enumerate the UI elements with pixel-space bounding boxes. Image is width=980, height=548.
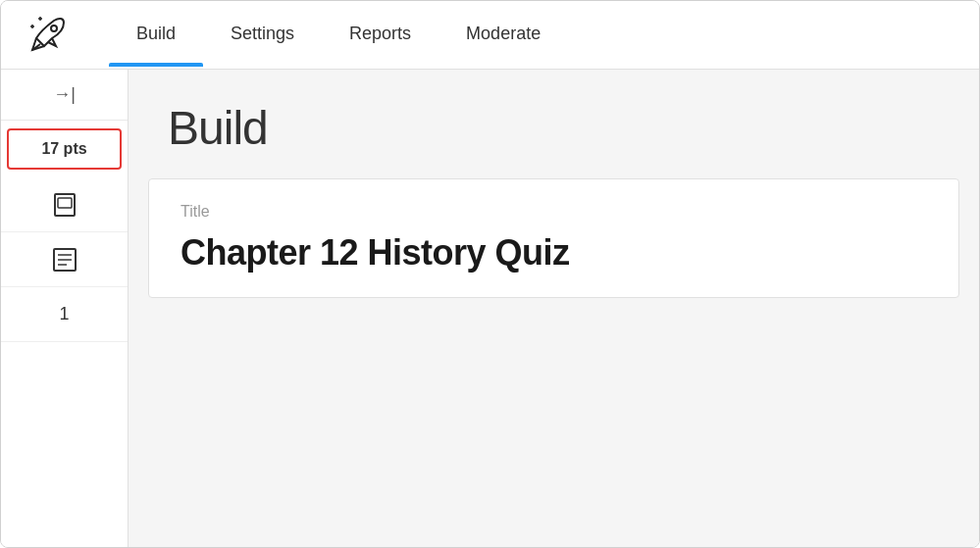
points-value: 17 pts: [41, 140, 86, 158]
nav-tabs: Build Settings Reports Moderate: [109, 1, 568, 69]
sidebar: →| 17 pts 1: [1, 70, 129, 547]
build-heading: Build: [168, 101, 940, 155]
page-number-label: 1: [59, 304, 69, 324]
collapse-arrow-icon: →|: [53, 84, 76, 105]
logo-area[interactable]: [25, 13, 70, 58]
svg-point-0: [51, 25, 57, 31]
sidebar-collapse-button[interactable]: →|: [1, 70, 128, 121]
tab-build[interactable]: Build: [109, 1, 203, 69]
top-nav: Build Settings Reports Moderate: [1, 1, 979, 70]
tab-reports[interactable]: Reports: [322, 1, 438, 69]
quiz-info-card: Title Chapter 12 History Quiz: [148, 178, 959, 298]
text-block-icon: [51, 246, 78, 274]
build-heading-area: Build: [129, 70, 979, 178]
quiz-title-value: Chapter 12 History Quiz: [181, 232, 927, 274]
tab-moderate[interactable]: Moderate: [438, 1, 568, 69]
svg-rect-6: [58, 198, 72, 208]
tab-settings[interactable]: Settings: [203, 1, 322, 69]
quiz-title-label: Title: [181, 203, 927, 221]
sidebar-item-page-1[interactable]: 1: [1, 287, 128, 342]
sidebar-item-text-block[interactable]: [1, 232, 128, 287]
app-container: Build Settings Reports Moderate →| 17 pt…: [0, 0, 980, 548]
sidebar-item-cover-page[interactable]: [1, 177, 128, 232]
main-content: →| 17 pts 1: [1, 70, 979, 547]
content-panel: Build Title Chapter 12 History Quiz: [129, 70, 979, 547]
rocket-logo-icon: [25, 13, 70, 58]
cover-page-icon: [51, 191, 78, 219]
points-badge[interactable]: 17 pts: [7, 128, 121, 170]
